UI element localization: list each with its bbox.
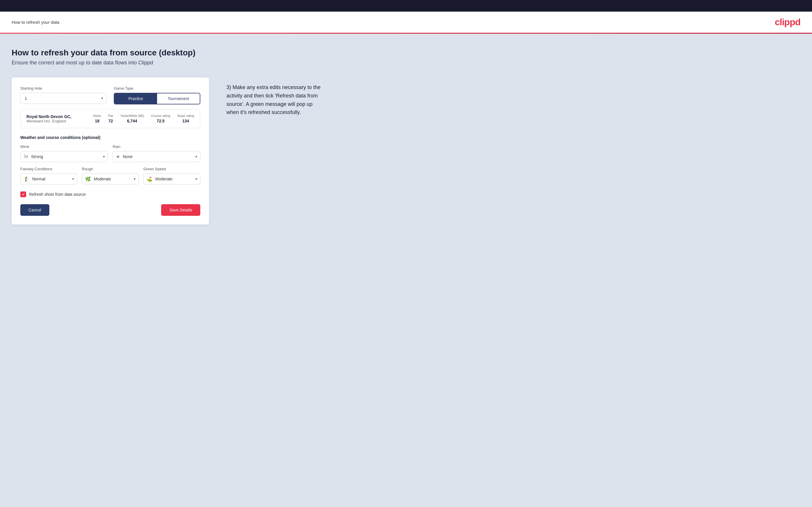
wind-select-wrapper: 🌬 Strong Light Moderate None ▾ bbox=[20, 151, 108, 162]
rough-select[interactable]: Moderate Light Heavy bbox=[93, 174, 128, 184]
yards-value: 6,744 bbox=[120, 119, 144, 123]
fairway-label: Fairway Conditions bbox=[20, 167, 77, 171]
rough-field: Rough 🌿 Moderate Light Heavy ▾ bbox=[82, 167, 139, 184]
slope-rating-value: 134 bbox=[177, 119, 194, 123]
stat-par: Par 72 bbox=[108, 114, 113, 123]
side-description: 3) Make any extra edits necessary to the… bbox=[226, 83, 325, 117]
content-area: Starting Hole 1 ▾ Game Type Practice Tou… bbox=[12, 77, 800, 225]
save-button[interactable]: Save Details bbox=[161, 204, 200, 216]
game-type-label: Game Type bbox=[114, 86, 200, 91]
green-speed-field: Green Speed ⛳ Moderate Slow Fast ▾ bbox=[143, 167, 200, 184]
wind-label: Wind bbox=[20, 145, 108, 149]
starting-game-row: Starting Hole 1 ▾ Game Type Practice Tou… bbox=[20, 86, 200, 104]
side-text-area: 3) Make any extra edits necessary to the… bbox=[226, 77, 325, 117]
par-value: 72 bbox=[108, 119, 113, 123]
green-speed-icon: ⛳ bbox=[147, 176, 152, 182]
refresh-checkbox[interactable]: ✓ bbox=[20, 191, 26, 197]
page-subtitle: Ensure the correct and most up to date d… bbox=[12, 60, 800, 66]
refresh-checkbox-row: ✓ Refresh shots from data source bbox=[20, 191, 200, 197]
green-speed-label: Green Speed bbox=[143, 167, 200, 171]
holes-value: 18 bbox=[93, 119, 101, 123]
slope-rating-label: Slope rating bbox=[177, 114, 194, 117]
rain-field: Rain ☀ None Light Heavy ▾ bbox=[113, 145, 200, 162]
rain-icon: ☀ bbox=[116, 154, 120, 160]
checkmark-icon: ✓ bbox=[22, 192, 25, 196]
green-speed-select[interactable]: Moderate Slow Fast bbox=[154, 174, 190, 184]
game-type-field: Game Type Practice Tournament bbox=[114, 86, 200, 104]
form-card: Starting Hole 1 ▾ Game Type Practice Tou… bbox=[12, 77, 209, 225]
wind-select[interactable]: Strong Light Moderate None bbox=[30, 152, 97, 162]
starting-hole-select[interactable]: 1 bbox=[20, 93, 107, 104]
course-info: Royal North Devon GC, Westward Ho!, Engl… bbox=[27, 114, 87, 123]
rough-select-wrapper: 🌿 Moderate Light Heavy ▾ bbox=[82, 173, 139, 184]
wind-icon: 🌬 bbox=[23, 154, 28, 159]
refresh-label: Refresh shots from data source bbox=[29, 192, 86, 196]
starting-hole-select-wrapper: 1 ▾ bbox=[20, 93, 107, 104]
rough-label: Rough bbox=[82, 167, 139, 171]
fairway-select[interactable]: Normal Soft Hard bbox=[31, 174, 66, 184]
conditions-section: Weather and course conditions (optional)… bbox=[20, 135, 200, 184]
starting-hole-field: Starting Hole 1 ▾ bbox=[20, 86, 107, 104]
top-bar bbox=[0, 0, 812, 12]
page-title: How to refresh your data from source (de… bbox=[12, 48, 800, 57]
wind-rain-row: Wind 🌬 Strong Light Moderate None ▾ bbox=[20, 145, 200, 162]
fairway-rough-green-row: Fairway Conditions 🏌 Normal Soft Hard ▾ bbox=[20, 167, 200, 184]
holes-label: Holes bbox=[93, 114, 101, 117]
conditions-title: Weather and course conditions (optional) bbox=[20, 135, 200, 140]
cancel-button[interactable]: Cancel bbox=[20, 204, 49, 216]
button-row: Cancel Save Details bbox=[20, 204, 200, 216]
practice-button[interactable]: Practice bbox=[114, 94, 157, 104]
rain-select[interactable]: None Light Heavy bbox=[122, 152, 190, 162]
rough-arrow: ▾ bbox=[134, 177, 136, 181]
rain-label: Rain bbox=[113, 145, 200, 149]
header: How to refresh your data clippd bbox=[0, 12, 812, 34]
stat-slope-rating: Slope rating 134 bbox=[177, 114, 194, 123]
main-content: How to refresh your data from source (de… bbox=[0, 34, 812, 503]
logo: clippd bbox=[775, 17, 800, 27]
course-rating-value: 72.5 bbox=[151, 119, 170, 123]
yards-label: Yards/White (M)) bbox=[120, 114, 144, 117]
green-speed-arrow: ▾ bbox=[195, 177, 197, 181]
rain-arrow: ▾ bbox=[195, 155, 197, 159]
fairway-icon: 🏌 bbox=[23, 176, 29, 182]
course-location: Westward Ho!, England bbox=[27, 119, 87, 123]
breadcrumb: How to refresh your data bbox=[12, 20, 59, 25]
fairway-select-wrapper: 🏌 Normal Soft Hard ▾ bbox=[20, 173, 77, 184]
course-rating-label: Course rating bbox=[151, 114, 170, 117]
fairway-arrow: ▾ bbox=[72, 177, 74, 181]
course-stats: Holes 18 Par 72 Yards/White (M)) 6,744 C… bbox=[93, 114, 194, 123]
rough-icon: 🌿 bbox=[85, 176, 91, 182]
rain-select-wrapper: ☀ None Light Heavy ▾ bbox=[113, 151, 200, 162]
stat-course-rating: Course rating 72.5 bbox=[151, 114, 170, 123]
green-speed-select-wrapper: ⛳ Moderate Slow Fast ▾ bbox=[143, 173, 200, 184]
starting-hole-label: Starting Hole bbox=[20, 86, 107, 91]
stat-yards: Yards/White (M)) 6,744 bbox=[120, 114, 144, 123]
course-card: Royal North Devon GC, Westward Ho!, Engl… bbox=[20, 109, 200, 128]
tournament-button[interactable]: Tournament bbox=[157, 94, 200, 104]
game-type-toggle: Practice Tournament bbox=[114, 93, 200, 104]
course-name: Royal North Devon GC, bbox=[27, 114, 87, 119]
footer: Copyright Clippd 2022 bbox=[0, 503, 812, 507]
wind-arrow: ▾ bbox=[103, 155, 105, 159]
stat-holes: Holes 18 bbox=[93, 114, 101, 123]
fairway-field: Fairway Conditions 🏌 Normal Soft Hard ▾ bbox=[20, 167, 77, 184]
par-label: Par bbox=[108, 114, 113, 117]
wind-field: Wind 🌬 Strong Light Moderate None ▾ bbox=[20, 145, 108, 162]
